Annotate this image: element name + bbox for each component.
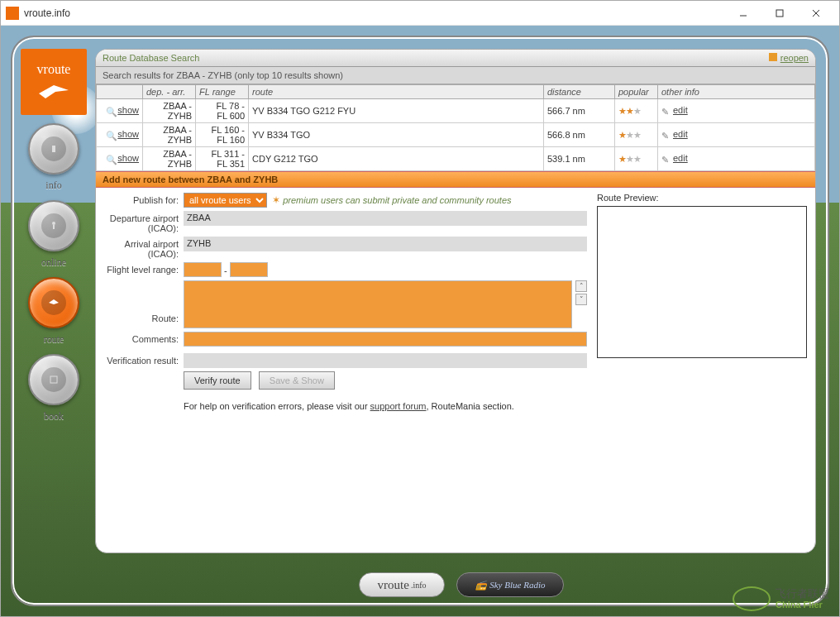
show-link[interactable]: show	[117, 105, 139, 115]
comments-label: Comments:	[104, 332, 184, 344]
magnifier-icon: 🔍	[106, 155, 116, 165]
app-icon	[6, 7, 19, 20]
nav-book-button[interactable]	[28, 354, 79, 405]
arrival-label: Arrival airport (ICAO):	[104, 237, 184, 259]
pencil-icon: ✎	[661, 155, 671, 165]
col-distance: distance	[544, 85, 615, 99]
nav-route-label: route	[44, 333, 64, 346]
distance-cell: 566.8 nm	[544, 123, 615, 147]
edit-link[interactable]: edit	[673, 153, 688, 163]
logo: vroute	[21, 49, 87, 115]
online-icon	[41, 213, 66, 238]
window-title: vroute.info	[24, 7, 725, 19]
route-textarea[interactable]	[184, 280, 572, 328]
popular-cell: ★★★	[615, 99, 658, 123]
bottom-bar: vroute.info 📻 Sky Blue Radio	[95, 565, 828, 605]
verification-value	[184, 353, 587, 368]
nav-info-label: info	[45, 179, 61, 192]
magnifier-icon: 🔍	[106, 131, 116, 141]
watermark-en: China Flier	[776, 600, 829, 610]
popular-cell: ★★★	[615, 147, 658, 171]
show-link[interactable]: show	[117, 153, 139, 163]
svg-rect-4	[52, 146, 55, 152]
save-show-button[interactable]: Save & Show	[259, 371, 335, 390]
fl-max-input[interactable]	[230, 262, 268, 277]
radio-pill[interactable]: 📻 Sky Blue Radio	[456, 572, 564, 597]
table-row: 🔍showZBAA -ZYHBFL 78 -FL 600YV B334 TGO …	[97, 99, 815, 123]
nav-info-button[interactable]	[28, 123, 79, 175]
results-subtitle: Search results for ZBAA - ZYHB (only top…	[96, 67, 815, 84]
table-row: 🔍showZBAA -ZYHBFL 311 -FL 351CDY G212 TG…	[97, 147, 815, 171]
comments-input[interactable]	[184, 332, 587, 347]
info-icon	[41, 136, 66, 161]
radio-icon: 📻	[475, 580, 487, 591]
verify-route-button[interactable]: Verify route	[184, 371, 251, 390]
fl-range-cell: FL 311 -FL 351	[196, 147, 249, 171]
route-preview-box	[597, 206, 807, 358]
routes-table: dep. - arr. FL range route distance popu…	[96, 84, 815, 171]
col-actions	[97, 85, 143, 99]
outer-area: vroute info online route book Route Data…	[1, 26, 839, 616]
nav-online-button[interactable]	[28, 200, 79, 251]
distance-cell: 539.1 nm	[544, 147, 615, 171]
close-button[interactable]	[798, 2, 834, 25]
popular-cell: ★★★	[615, 123, 658, 147]
book-icon	[41, 367, 66, 392]
distance-cell: 566.7 nm	[544, 99, 615, 123]
maximize-button[interactable]	[761, 2, 798, 25]
svg-point-5	[52, 222, 55, 225]
dep-arr-cell: ZBAA -ZYHB	[143, 99, 196, 123]
nav-book-label: book	[44, 410, 64, 423]
show-link[interactable]: show	[117, 129, 139, 139]
publish-select[interactable]: all vroute users	[184, 193, 267, 208]
scroll-up-icon[interactable]: ˄	[575, 280, 587, 292]
pencil-icon: ✎	[661, 107, 671, 117]
help-text: For help on verification errors, please …	[184, 401, 587, 411]
sidebar: vroute info online route book	[12, 37, 95, 605]
panel-header: Route Database Search reopen	[96, 50, 815, 67]
nav-route-button[interactable]	[28, 277, 79, 328]
titlebar: vroute.info	[1, 1, 839, 26]
app-frame: vroute info online route book Route Data…	[11, 36, 829, 606]
app-window: vroute.info vroute info online route boo…	[0, 0, 840, 617]
fl-range-cell: FL 160 -FL 160	[196, 123, 249, 147]
logo-text: vroute	[37, 62, 71, 77]
edit-link[interactable]: edit	[673, 129, 688, 139]
brand-pill[interactable]: vroute.info	[359, 572, 446, 597]
scroll-down-icon[interactable]: ˅	[575, 294, 587, 305]
col-popular: popular	[615, 85, 658, 99]
route-icon	[41, 290, 66, 315]
add-route-form: Publish for: all vroute users ✶ premium …	[96, 188, 815, 552]
premium-note: premium users can submit private and com…	[283, 195, 511, 205]
route-preview-label: Route Preview:	[597, 193, 807, 203]
minimize-button[interactable]	[725, 2, 761, 25]
col-fl-range: FL range	[196, 85, 249, 99]
route-label: Route:	[104, 280, 184, 323]
table-row: 🔍showZBAA -ZYHBFL 160 -FL 160YV B334 TGO…	[97, 123, 815, 147]
magnifier-icon: 🔍	[106, 107, 116, 117]
svg-rect-7	[50, 376, 57, 383]
fl-separator: -	[224, 265, 227, 275]
route-scroll[interactable]: ˄˅	[575, 280, 587, 328]
support-forum-link[interactable]: support forum	[370, 401, 427, 411]
svg-rect-6	[53, 225, 55, 229]
reopen-link[interactable]: reopen	[769, 53, 809, 63]
dep-arr-cell: ZBAA -ZYHB	[143, 147, 196, 171]
add-route-header: Add new route between ZBAA and ZYHB	[96, 171, 815, 188]
plane-icon	[37, 77, 70, 102]
content-panel: Route Database Search reopen Search resu…	[95, 49, 816, 553]
watermark-cn: 飞行者联盟	[776, 588, 829, 600]
route-cell: YV B334 TGO G212 FYU	[249, 99, 544, 123]
nav-online-label: online	[41, 256, 66, 269]
dep-arr-cell: ZBAA -ZYHB	[143, 123, 196, 147]
reopen-icon	[769, 53, 777, 61]
edit-link[interactable]: edit	[673, 105, 688, 115]
route-cell: CDY G212 TGO	[249, 147, 544, 171]
fl-min-input[interactable]	[184, 262, 222, 277]
route-cell: YV B334 TGO	[249, 123, 544, 147]
watermark-logo-icon	[733, 586, 771, 611]
fl-range-cell: FL 78 -FL 600	[196, 99, 249, 123]
verification-label: Verification result:	[104, 353, 184, 366]
col-other: other info	[658, 85, 815, 99]
watermark: 飞行者联盟 China Flier	[733, 586, 829, 611]
